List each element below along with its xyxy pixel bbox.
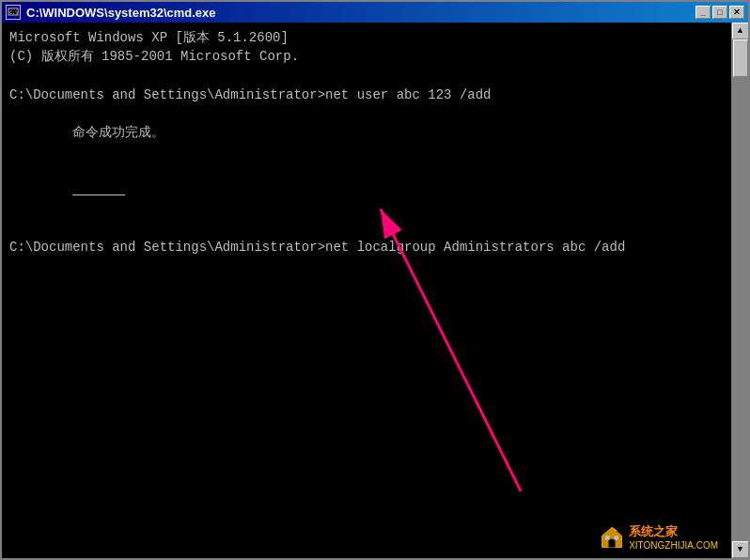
scroll-thumb[interactable] [733, 39, 748, 77]
close-button[interactable]: ✕ [729, 6, 744, 19]
title-bar-buttons: _ □ ✕ [695, 6, 744, 19]
scroll-up-button[interactable]: ▲ [732, 23, 749, 39]
svg-rect-10 [615, 536, 618, 539]
success-underline [72, 182, 125, 197]
title-bar: C:\ C:\WINDOWS\system32\cmd.exe _ □ ✕ [2, 2, 748, 23]
watermark-text-block: 系统之家 XITONGZHIJIA.COM [629, 523, 718, 551]
title-bar-text: C:\WINDOWS\system32\cmd.exe [26, 6, 690, 20]
window-body: Microsoft Windows XP [版本 5.1.2600] (C) 版… [2, 23, 748, 558]
restore-button[interactable]: □ [712, 6, 727, 19]
title-bar-icon: C:\ [6, 5, 21, 20]
scroll-track [732, 39, 748, 541]
watermark-main-text: 系统之家 [629, 523, 718, 540]
terminal-line-4: C:\Documents and Settings\Administrator>… [9, 86, 724, 104]
scrollbar[interactable]: ▲ ▼ [731, 23, 748, 558]
scroll-down-button[interactable]: ▼ [732, 541, 749, 558]
watermark-icon [599, 524, 625, 551]
watermark: 系统之家 XITONGZHIJIA.COM [593, 521, 724, 552]
cmd-window: C:\ C:\WINDOWS\system32\cmd.exe _ □ ✕ Mi… [0, 0, 750, 560]
terminal-line-5: 命令成功完成。 [9, 104, 724, 219]
svg-rect-8 [609, 538, 616, 547]
svg-rect-9 [605, 536, 609, 539]
terminal-line-1: Microsoft Windows XP [版本 5.1.2600] [9, 28, 724, 47]
success-text: 命令成功完成。 [72, 125, 164, 140]
svg-text:C:\: C:\ [9, 9, 18, 15]
terminal-line-6 [9, 219, 724, 238]
minimize-button[interactable]: _ [695, 6, 711, 19]
terminal-area[interactable]: Microsoft Windows XP [版本 5.1.2600] (C) 版… [2, 23, 731, 558]
terminal-line-7: C:\Documents and Settings\Administrator>… [9, 238, 724, 257]
terminal-line-2: (C) 版权所有 1985-2001 Microsoft Corp. [9, 47, 724, 66]
watermark-sub-text: XITONGZHIJIA.COM [629, 540, 718, 551]
terminal-line-3 [9, 67, 724, 86]
